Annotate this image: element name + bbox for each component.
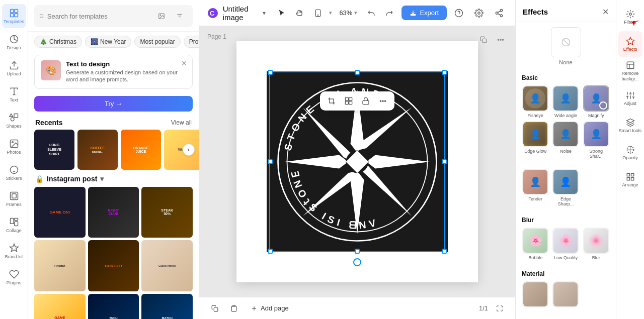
- svg-rect-38: [345, 97, 348, 100]
- right-sidebar-filters[interactable]: Filters: [618, 4, 642, 30]
- sidebar-item-frames[interactable]: Frames: [2, 187, 26, 211]
- right-sidebar-effects[interactable]: Effects: [618, 31, 642, 57]
- ig-thumb-6[interactable]: Class Notes: [141, 240, 193, 291]
- svg-point-6: [11, 118, 14, 121]
- effects-close-button[interactable]: ✕: [602, 7, 609, 17]
- fullscreen-btn[interactable]: [492, 301, 507, 316]
- try-button[interactable]: Try →: [34, 96, 193, 112]
- page-actions: •••: [477, 33, 507, 46]
- sidebar-item-design[interactable]: Design: [2, 30, 26, 54]
- share-btn[interactable]: [491, 5, 507, 21]
- document-title-area[interactable]: Untitled image ▾: [223, 5, 266, 22]
- ig-thumb-4[interactable]: Studio: [34, 240, 86, 291]
- image-search-btn[interactable]: [153, 8, 170, 24]
- tag-christmas[interactable]: 🎄 Christmas: [34, 36, 82, 48]
- sidebar-item-brand-kit[interactable]: Brand kit: [2, 239, 26, 263]
- svg-point-10: [10, 166, 18, 174]
- svg-rect-66: [627, 62, 634, 69]
- filter-btn[interactable]: [172, 8, 188, 24]
- sidebar-item-shapes[interactable]: Shapes: [2, 109, 26, 133]
- svg-rect-41: [349, 101, 352, 104]
- zoom-control[interactable]: 63% ▾: [335, 7, 361, 19]
- effect-low-quality[interactable]: 🌸 Low Quality: [552, 228, 579, 260]
- hand-tool[interactable]: [292, 5, 308, 21]
- effect-material-2[interactable]: [552, 281, 579, 307]
- tag-most-popular[interactable]: Most popular: [134, 36, 180, 48]
- svg-text:🎨: 🎨: [46, 65, 57, 76]
- page-more-btn[interactable]: •••: [494, 33, 507, 46]
- right-sidebar-smart-tools[interactable]: Smart tools: [618, 113, 642, 139]
- instagram-dropdown-icon[interactable]: ▾: [100, 175, 104, 183]
- add-page-button[interactable]: Add page: [246, 302, 294, 314]
- effect-material-1[interactable]: [522, 281, 549, 307]
- right-sidebar-remove-bg[interactable]: Remove backgr...: [618, 58, 642, 84]
- recent-thumb-2[interactable]: COFFEEcapcu...: [77, 130, 118, 170]
- sidebar-item-stickers[interactable]: Stickers: [2, 161, 26, 185]
- device-dropdown[interactable]: ▾: [329, 10, 332, 16]
- paste-btn[interactable]: [226, 301, 242, 316]
- export-button[interactable]: Export: [401, 6, 447, 20]
- settings-btn[interactable]: [471, 5, 487, 21]
- recent-thumb-1[interactable]: LONGSLEEVESHIRT: [34, 130, 74, 170]
- tag-new-year[interactable]: 🎆 New Year: [85, 36, 131, 48]
- effect-edge-sharp[interactable]: 👤 Edge Sharp...: [552, 169, 579, 206]
- effect-noise[interactable]: 👤 Noise: [552, 121, 579, 159]
- svg-point-64: [629, 13, 631, 15]
- document-title: Untitled image: [223, 5, 261, 22]
- sidebar-item-plugins[interactable]: Plugins: [2, 265, 26, 289]
- promo-close-button[interactable]: ✕: [181, 59, 187, 67]
- effect-magnify[interactable]: 👤 Magnify: [583, 85, 610, 118]
- basic-effects-grid: 👤 Fisheye 👤 Wide angle: [522, 85, 610, 159]
- cursor-tool[interactable]: [274, 5, 290, 21]
- tag-product-display[interactable]: Product Display: [184, 36, 199, 48]
- canvas-more-tool[interactable]: •••: [375, 93, 390, 109]
- canvas-page: STONE ISI AND ƎNOʇS ISI ᗺNV: [236, 41, 478, 282]
- ig-thumb-9[interactable]: MATCHLEADING: [141, 294, 193, 319]
- svg-point-32: [496, 12, 498, 14]
- ig-thumb-5[interactable]: BURGER: [88, 240, 139, 291]
- ig-thumb-2[interactable]: NIGHTCLUB: [88, 187, 139, 238]
- page-copy-btn[interactable]: [477, 33, 490, 46]
- effect-fisheye[interactable]: 👤 Fisheye: [522, 85, 549, 118]
- ig-thumb-8[interactable]: TECHLEADING:: [88, 294, 139, 319]
- effect-tender[interactable]: 👤 Tender: [522, 169, 549, 206]
- effect-bubble[interactable]: 🌸 Bubble: [522, 228, 549, 260]
- blur-section-title: Blur: [522, 217, 610, 224]
- canvas-container: Page 1 ••• •••: [199, 26, 515, 297]
- effect-none-label: None: [559, 59, 572, 65]
- canvas-crop-tool[interactable]: [324, 93, 339, 109]
- rotate-handle[interactable]: [353, 258, 361, 266]
- canvas-lock-tool[interactable]: [358, 93, 373, 109]
- sidebar-item-photos[interactable]: Photos: [2, 135, 26, 159]
- recent-thumb-3[interactable]: ORANGEJUICE: [121, 130, 161, 170]
- right-sidebar-adjust[interactable]: Adjust: [618, 85, 642, 112]
- device-view-btn[interactable]: [310, 5, 326, 21]
- redo-btn[interactable]: [381, 5, 397, 21]
- effect-strong-sharp[interactable]: 👤 Strong Shar...: [583, 121, 610, 159]
- svg-point-31: [500, 9, 503, 12]
- effect-none[interactable]: None: [516, 22, 616, 70]
- effect-wide-angle[interactable]: 👤 Wide angle: [552, 85, 579, 118]
- svg-rect-15: [14, 222, 18, 226]
- copy-btn[interactable]: [207, 301, 222, 316]
- sidebar-item-text[interactable]: Text: [2, 82, 26, 107]
- recents-next-button[interactable]: ›: [183, 144, 195, 156]
- svg-point-28: [455, 9, 463, 17]
- effect-blur[interactable]: 🌸 Blur: [583, 228, 610, 260]
- help-btn[interactable]: [451, 5, 467, 21]
- sidebar-item-collage[interactable]: Collage: [2, 213, 26, 237]
- canvas-group-tool[interactable]: [341, 93, 356, 109]
- ig-thumb-7[interactable]: GAMEDAY!: [34, 294, 86, 319]
- sidebar-item-upload[interactable]: Upload: [2, 56, 26, 80]
- toolbar-right: Export: [401, 5, 507, 21]
- svg-point-18: [160, 15, 161, 16]
- undo-btn[interactable]: [363, 5, 379, 21]
- search-input[interactable]: [47, 13, 150, 20]
- effect-edge-glow[interactable]: 👤 Edge Glow: [522, 121, 549, 159]
- ig-thumb-3[interactable]: STEAK50%: [141, 187, 193, 238]
- view-all-link[interactable]: View all: [171, 119, 192, 126]
- right-sidebar-arrange[interactable]: Arrange: [618, 167, 642, 193]
- sidebar-item-templates[interactable]: Templates: [2, 4, 26, 28]
- right-sidebar-opacity[interactable]: Opacity: [618, 140, 642, 166]
- ig-thumb-1[interactable]: GAME ON!: [34, 187, 86, 238]
